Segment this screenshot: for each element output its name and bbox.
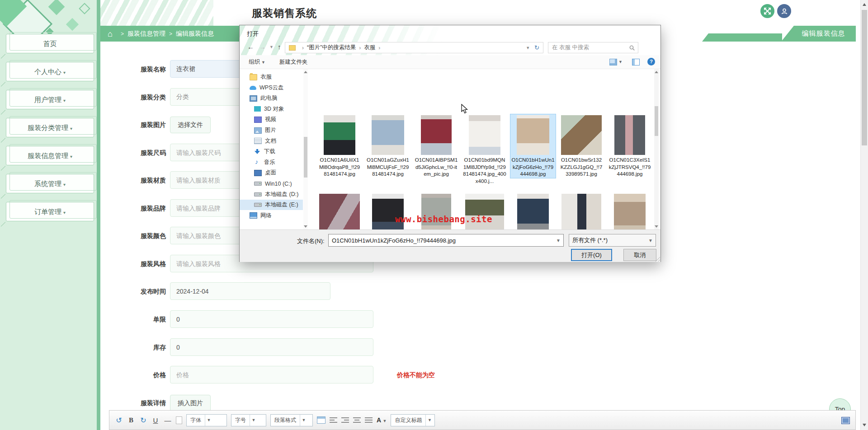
chevron-icon: › bbox=[302, 45, 304, 51]
nav-item-folder-0[interactable]: 衣服 bbox=[240, 72, 303, 82]
paragraph-format-select[interactable]: 段落格式▼ bbox=[270, 414, 313, 426]
breadcrumb-separator: > bbox=[169, 31, 172, 37]
nav-item-drive-12[interactable]: 本地磁盘 (E:) bbox=[240, 200, 303, 210]
nav-item-music-8[interactable]: 音乐 bbox=[240, 157, 303, 168]
forward-icon[interactable]: → bbox=[259, 43, 266, 51]
file-tile[interactable]: O1CN01bd9MQN1Ml8JDfYp9d_!!2981481474.jpg… bbox=[462, 114, 507, 185]
download-icon bbox=[254, 149, 261, 154]
file-name: O1CN01A6UiIX1Ml8OdrqaP8_!!2981481474.jpg bbox=[317, 157, 362, 178]
home-icon[interactable]: ⌂ bbox=[108, 30, 113, 38]
file-tile[interactable]: O1CN01hvCMkJ1kZjFlPUDbz_!!79444698.jpg bbox=[607, 193, 652, 229]
view-thumbnails-icon[interactable] bbox=[609, 59, 617, 65]
file-list-scrollbar[interactable] bbox=[654, 69, 659, 229]
file-tile[interactable]: O1CN01c7AAQa2KZZLGJ4dDM_!!733989571.jpg bbox=[317, 193, 362, 229]
breadcrumb-item[interactable]: 编辑服装信息 bbox=[176, 30, 214, 37]
folder-icon bbox=[289, 45, 296, 51]
nav-item-cloud-1[interactable]: WPS云盘 bbox=[240, 83, 303, 93]
nav-item-doc-6[interactable]: 文档 bbox=[240, 136, 303, 146]
user-profile-button[interactable] bbox=[777, 4, 791, 18]
filename-input[interactable]: O1CN01bH1wUn1kZjFoG6zHo_!!79444698.jpg ▼ bbox=[328, 234, 564, 247]
field-label: 服装品牌 bbox=[100, 199, 166, 218]
fullscreen-button[interactable] bbox=[760, 4, 774, 18]
breadcrumb-item[interactable]: 服装信息管理 bbox=[127, 30, 165, 37]
file-tile[interactable]: O1CN01A6UiIX1Ml8OdrqaP8_!!2981481474.jpg bbox=[317, 114, 362, 178]
help-icon[interactable]: ? bbox=[647, 58, 655, 65]
scroll-up-icon[interactable] bbox=[863, 3, 866, 6]
refresh-icon[interactable]: ↻ bbox=[534, 44, 539, 51]
choose-file-button[interactable]: 选择文件 bbox=[170, 117, 211, 133]
nav-item-label: 视频 bbox=[265, 116, 276, 123]
file-tile[interactable]: O1CN01EYAj2W2IjWhWnGUYs_!!441589322.jpg bbox=[510, 193, 556, 229]
file-tile[interactable]: O1CN01C3XeIS1kZjJTRSVQ4_!!79444698.jpg bbox=[607, 114, 652, 178]
file-name: O1CN01AIBPSM1d5JiGphcLw_!!0-item_pic.jpg bbox=[414, 157, 459, 178]
preview-pane-icon[interactable] bbox=[632, 59, 640, 65]
cancel-button[interactable]: 取消 bbox=[623, 249, 656, 261]
back-icon[interactable]: ← bbox=[247, 43, 254, 51]
up-icon[interactable]: ↑ bbox=[278, 43, 281, 51]
font-color-icon[interactable]: A ▼ bbox=[377, 416, 387, 424]
new-page-icon[interactable] bbox=[176, 416, 182, 424]
file-tile[interactable]: O1CN01gUt44D1d5JfRjzVzI_!!390403684.jpg bbox=[559, 193, 604, 229]
nav-pane-scrollbar[interactable] bbox=[303, 69, 308, 229]
custom-heading-select[interactable]: 自定义标题▼ bbox=[391, 414, 435, 426]
history-dropdown-icon[interactable]: ▼ bbox=[269, 45, 274, 49]
horizontal-rule-icon[interactable]: — bbox=[164, 416, 172, 424]
undo-icon[interactable]: ↺ bbox=[115, 416, 123, 425]
expand-icon bbox=[764, 8, 771, 14]
nav-item-3d-3[interactable]: 3D 对象 bbox=[240, 104, 303, 114]
address-segment[interactable]: 衣服 bbox=[364, 44, 375, 51]
filetype-select[interactable]: 所有文件 (*.*) ▼ bbox=[569, 234, 656, 247]
insert-image-button[interactable]: 插入图片 bbox=[170, 395, 211, 411]
nav-item-drive-11[interactable]: 本地磁盘 (D:) bbox=[240, 189, 303, 200]
nav-item-computer-2[interactable]: 此电脑 bbox=[240, 93, 303, 103]
chevron-down-icon: ▼ bbox=[648, 238, 653, 243]
font-size-select[interactable]: 字号▼ bbox=[231, 414, 266, 426]
align-justify-icon[interactable] bbox=[365, 417, 373, 423]
sidebar-decoration bbox=[48, 0, 65, 15]
align-left-icon[interactable] bbox=[330, 417, 337, 423]
nav-item-picture-5[interactable]: 图片 bbox=[240, 125, 303, 136]
fullscreen-editor-icon[interactable] bbox=[841, 417, 850, 424]
dialog-title: 打开 bbox=[247, 30, 259, 38]
underline-icon[interactable]: U bbox=[151, 416, 160, 424]
nav-item-drive-10[interactable]: Win10 (C:) bbox=[240, 178, 303, 189]
sidebar-decoration bbox=[66, 18, 79, 31]
address-dropdown-icon[interactable]: ▼ bbox=[526, 46, 530, 50]
nav-item-desktop-9[interactable]: 桌面 bbox=[240, 168, 303, 178]
field-label: 服装尺码 bbox=[100, 144, 166, 162]
bold-icon[interactable]: B bbox=[127, 416, 135, 424]
page-scrollbar[interactable] bbox=[860, 0, 868, 430]
nav-item-video-4[interactable]: 视频 bbox=[240, 114, 303, 125]
redo-icon[interactable]: ↻ bbox=[139, 416, 147, 425]
chevron-down-icon: ▼ bbox=[205, 415, 212, 426]
file-tile[interactable]: O1CN01bwSr132KZZLGJ1gGQ_!!733989571.jpg bbox=[559, 114, 604, 178]
font-family-select[interactable]: 字体▼ bbox=[186, 414, 227, 426]
field-input-库存[interactable] bbox=[170, 338, 373, 356]
file-tile-selected[interactable]: O1CN01bH1wUn1kZjFoG6zHo_!!79444698.jpg bbox=[510, 114, 556, 178]
search-input[interactable]: 在 衣服 中搜索 bbox=[548, 42, 638, 53]
file-tile[interactable]: O1CN01aGZuxH1Ml8MCUjFsF_!!2981481474.jpg bbox=[365, 114, 410, 178]
sidebar-item-1[interactable]: 首页 bbox=[6, 34, 94, 53]
new-folder-button[interactable]: 新建文件夹 bbox=[279, 58, 308, 66]
align-center-icon[interactable] bbox=[353, 417, 361, 423]
field-input-价格[interactable] bbox=[170, 366, 373, 383]
view-dropdown-icon[interactable]: ▼ bbox=[618, 60, 623, 64]
nav-item-download-7[interactable]: 下载 bbox=[240, 146, 303, 157]
nav-item-label: WPS云盘 bbox=[259, 84, 283, 92]
insert-table-icon[interactable] bbox=[317, 416, 326, 424]
page-section-label: 编辑服装信息 bbox=[781, 26, 856, 42]
open-button[interactable]: 打开(O) bbox=[571, 249, 612, 261]
scrollbar-thumb[interactable] bbox=[862, 10, 867, 145]
address-segment[interactable]: “图片”中的搜索结果 bbox=[307, 44, 356, 51]
organize-button[interactable]: 组织▼ bbox=[249, 58, 265, 66]
drive-icon bbox=[254, 182, 262, 186]
scroll-down-icon[interactable] bbox=[863, 424, 866, 426]
nav-item-network-13[interactable]: 网络 bbox=[240, 210, 303, 221]
align-right-icon[interactable] bbox=[341, 417, 349, 423]
search-icon bbox=[629, 45, 635, 51]
field-input-单限[interactable] bbox=[170, 310, 373, 328]
file-tile[interactable]: O1CN01AIBPSM1d5JiGphcLw_!!0-item_pic.jpg bbox=[414, 114, 459, 178]
field-input-发布时间[interactable] bbox=[170, 282, 330, 300]
chevron-down-icon: ▼ bbox=[425, 415, 433, 426]
address-bar[interactable]: › “图片”中的搜索结果 › 衣服 › ▼ ↻ bbox=[285, 42, 543, 53]
